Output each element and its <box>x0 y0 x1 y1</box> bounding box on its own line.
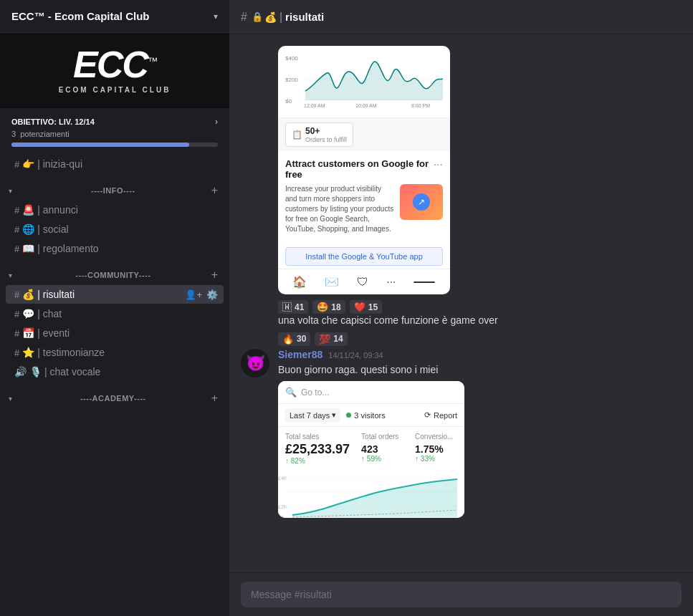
report-link[interactable]: ⟳ Report <box>424 410 457 420</box>
add-channel-button[interactable]: + <box>211 184 218 197</box>
info-section-label: ----INFO---- <box>91 186 135 195</box>
hash-icon: # <box>14 224 19 235</box>
channel-name: risultati <box>285 11 324 23</box>
message-group-siemer: 😈 Siemer88 14/11/24, 09:34 Buon giorno r… <box>241 349 682 519</box>
message-author-siemer: Siemer88 <box>278 349 322 360</box>
reaction-w[interactable]: 🇼41 <box>278 300 308 314</box>
message-text-first: una volta che capisci come funzione è ga… <box>278 314 682 328</box>
hash-icon: # <box>14 244 19 254</box>
lock-icon: 🔒 <box>252 11 263 22</box>
chevron-down-icon: ▾ <box>214 11 218 21</box>
sidebar-item-eventi[interactable]: # 📅 | eventi <box>6 324 224 342</box>
shopify-graph: $400 $200 $0 12:00 AM 10:00 AM 8:00 <box>278 46 450 118</box>
shield-icon[interactable]: 🛡 <box>357 276 368 289</box>
hash-icon: # <box>241 11 247 24</box>
total-orders-value: 423 <box>361 442 403 455</box>
sidebar-item-chat[interactable]: # 💬 | chat <box>6 304 224 323</box>
svg-text:£4K: £4K <box>278 476 287 481</box>
input-placeholder: Message #risultati <box>251 589 332 600</box>
sidebar-item-chat-vocale[interactable]: 🔊 🎙️ | chat vocale <box>6 362 224 381</box>
install-button[interactable]: Install the Google & YouTube app <box>285 247 443 266</box>
hash-icon: # <box>14 328 19 339</box>
message-continuation-block: $400 $200 $0 12:00 AM 10:00 AM 8:00 <box>278 46 682 346</box>
server-header[interactable]: ECC™ - Ecom Capital Club ▾ <box>0 0 229 33</box>
orders-row: 📋 50+ Orders to fulfill <box>278 118 450 151</box>
dots-icon[interactable]: ··· <box>386 276 396 289</box>
report-label: Report <box>434 411 457 420</box>
level-progress-bar-fill <box>11 143 189 147</box>
reaction-fire[interactable]: 🔥30 <box>278 332 310 346</box>
reaction-100[interactable]: 💯14 <box>315 332 347 346</box>
search-icon: 🔍 <box>285 387 297 398</box>
reaction-heart[interactable]: ❤️15 <box>350 300 382 314</box>
collapse-icon: ▾ <box>9 187 12 195</box>
hash-icon: # <box>14 205 19 216</box>
conversion-label: Conversio... <box>415 433 457 441</box>
orders-count: 50+ <box>305 126 347 136</box>
sidebar-item-risultati[interactable]: # 💰 | risultati 👤+ ⚙️ <box>6 285 224 304</box>
add-academy-channel-button[interactable]: + <box>211 392 218 405</box>
analytics-search-bar[interactable]: 🔍 Go to... <box>278 381 464 404</box>
analytics-controls: Last 7 days ▾ 3 visitors ⟳ Report <box>278 404 464 427</box>
promo-title: Attract customers on Google for free <box>285 158 434 180</box>
academy-section: ▾ ----ACADEMY---- + <box>0 382 229 408</box>
message-content-siemer: Siemer88 14/11/24, 09:34 Buon giorno rag… <box>278 349 682 519</box>
academy-section-header[interactable]: ▾ ----ACADEMY---- + <box>0 382 229 408</box>
home-icon[interactable]: 🏠 <box>292 275 307 289</box>
message-text-reactions: 🔥30 💯14 <box>278 332 682 346</box>
visitors-count: 3 visitors <box>346 411 385 420</box>
mail-icon[interactable]: ✉️ <box>325 275 339 289</box>
svg-text:$0: $0 <box>285 98 292 105</box>
filter-label: Last 7 days <box>290 411 330 420</box>
sidebar-item-social[interactable]: # 🌐 | social <box>6 220 224 239</box>
sidebar-item-annunci[interactable]: # 🚨 | annunci <box>6 201 224 219</box>
level-area[interactable]: OBIETTIVO: LIV. 12/14 › 3 potenziamenti <box>0 108 229 154</box>
svg-text:$400: $400 <box>285 55 298 62</box>
collapse-icon: ▾ <box>9 395 12 403</box>
sidebar-item-regolamento[interactable]: # 📖 | regolamento <box>6 239 224 258</box>
total-sales-value: £25,233.97 <box>285 442 350 457</box>
svg-text:12:00 AM: 12:00 AM <box>304 103 325 108</box>
message-input[interactable]: Message #risultati <box>241 582 682 607</box>
shopify-card: $400 $200 $0 12:00 AM 10:00 AM 8:00 <box>278 46 450 294</box>
hash-icon: # <box>14 159 19 170</box>
message-meta-siemer: Siemer88 14/11/24, 09:34 <box>278 349 682 360</box>
svg-text:£0: £0 <box>278 515 284 518</box>
community-section-header[interactable]: ▾ ----COMMUNITY---- + <box>0 259 229 284</box>
logo-area: ECC™ ECOM CAPITAL CLUB <box>0 33 229 108</box>
sidebar-item-inizia-qui[interactable]: # 👉 | inizia-qui <box>6 155 224 173</box>
chat-channel-label: | chat <box>37 308 218 319</box>
reaction-wow[interactable]: 🤩18 <box>312 300 345 314</box>
sidebar-item-testimonianze[interactable]: # ⭐ | testimonianze <box>6 343 224 362</box>
coin-icon: 💰 <box>264 11 277 23</box>
collapse-icon: ▾ <box>9 271 12 279</box>
community-section-label: ----COMMUNITY---- <box>75 271 150 279</box>
academy-section-label: ----ACADEMY---- <box>80 394 146 403</box>
share-icon[interactable]: ↗ <box>413 193 430 211</box>
info-section-header[interactable]: ▾ ----INFO---- + <box>0 174 229 200</box>
promo-image: ↗ <box>400 184 443 220</box>
add-member-icon[interactable]: 👤+ <box>185 289 202 300</box>
visitors-dot <box>346 413 351 418</box>
date-filter-dropdown[interactable]: Last 7 days ▾ <box>285 408 340 422</box>
chevron-down-icon: ▾ <box>332 410 336 420</box>
card-footer-nav: 🏠 ✉️ 🛡 ··· <box>278 269 450 294</box>
google-promo: Attract customers on Google for free ···… <box>278 151 450 241</box>
visitors-text: 3 visitors <box>354 411 385 420</box>
total-sales-label: Total sales <box>285 433 350 441</box>
message-reactions-first: 🇼41 🤩18 ❤️15 <box>278 300 682 314</box>
settings-icon[interactable]: ⚙️ <box>206 289 218 300</box>
promo-text: Increase your product visibility and tur… <box>285 184 394 234</box>
analytics-stats: Total sales £25,233.97 ↑ 82% Total order… <box>278 427 464 468</box>
message-input-area: Message #risultati <box>229 572 693 616</box>
info-section: ▾ ----INFO---- + # 🚨 | annunci # 🌐 | soc… <box>0 174 229 259</box>
orders-box: 📋 50+ Orders to fulfill <box>285 122 353 147</box>
hash-icon: # <box>14 347 19 358</box>
total-orders-stat: Total orders 423 ↑ 59% <box>361 433 403 465</box>
svg-text:$200: $200 <box>285 77 298 83</box>
level-sub: 3 potenziamenti <box>11 130 218 138</box>
more-options-icon[interactable]: ··· <box>434 158 443 171</box>
analytics-card: 🔍 Go to... Last 7 days ▾ 3 visitors <box>278 381 464 518</box>
add-community-channel-button[interactable]: + <box>211 269 218 281</box>
svg-text:£2K: £2K <box>278 504 287 509</box>
